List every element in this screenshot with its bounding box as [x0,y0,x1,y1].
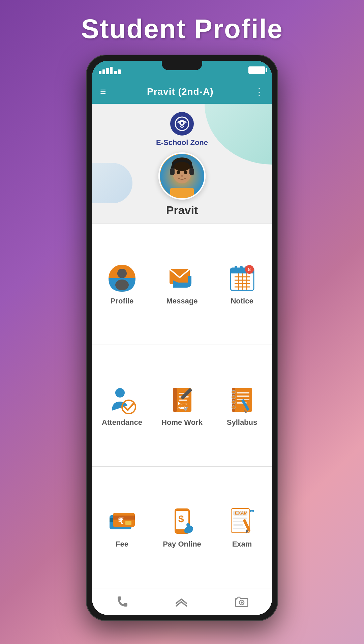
svg-text:EXAM: EXAM [235,510,248,516]
menu-item-attendance[interactable]: Attendance [92,345,152,466]
svg-rect-76 [233,524,243,526]
svg-point-21 [117,269,127,278]
payonline-label: Pay Online [163,540,201,549]
svg-rect-1 [102,69,105,74]
exam-icon-container: EXAM [227,506,257,536]
svg-text:Home: Home [178,402,187,406]
exam-label: Exam [232,540,252,549]
svg-rect-43 [179,400,187,401]
svg-point-14 [177,170,180,174]
student-avatar [158,152,206,200]
school-logo [170,112,194,136]
attendance-icon-container [107,384,137,415]
fee-icon-container: ₹ [107,506,137,536]
profile-section: E-School Zone [92,104,272,224]
menu-grid: Profile Message [92,224,272,588]
svg-text:$: $ [178,513,184,524]
svg-rect-65 [125,521,131,525]
svg-rect-2 [106,68,109,74]
svg-point-16 [181,175,183,177]
svg-point-52 [232,401,235,404]
svg-rect-3 [110,67,113,74]
notice-badge: 8 [245,265,254,274]
header-title: Pravit (2nd-A) [147,86,214,97]
profile-label: Profile [111,297,133,305]
svg-rect-40 [173,388,177,412]
fee-label: Fee [116,540,128,549]
message-label: Message [166,297,198,305]
svg-rect-62 [113,513,135,527]
menu-item-message[interactable]: Message [152,224,212,345]
menu-item-notice[interactable]: 8 Notice [212,224,272,345]
syllabus-label: Syllabus [227,418,257,427]
signal-icon [99,66,122,74]
homework-label: Home Work [161,418,203,427]
school-name: E-School Zone [156,138,208,147]
svg-rect-74 [233,518,247,519]
svg-point-37 [115,388,125,398]
svg-rect-54 [237,392,249,393]
battery-icon [248,66,265,74]
message-icon-container [167,263,197,293]
payonline-icon-container: $ [167,506,197,536]
svg-rect-18 [170,168,175,175]
profile-icon-container [107,263,137,293]
svg-rect-5 [118,69,121,74]
bottom-nav-phone[interactable] [109,592,134,611]
menu-item-fee[interactable]: ₹ Fee [92,467,152,588]
school-logo-area: E-School Zone [156,112,208,147]
svg-rect-63 [113,516,135,520]
menu-item-payonline[interactable]: $ Pay Online [152,467,212,588]
menu-item-homework[interactable]: Home -work Home Work [152,345,212,466]
menu-item-syllabus[interactable]: Syllabus [212,345,272,466]
attendance-label: Attendance [102,418,142,427]
svg-rect-0 [99,71,101,74]
status-bar [92,61,272,80]
notice-label: Notice [231,297,253,305]
svg-point-83 [241,602,243,604]
svg-point-80 [250,510,252,512]
phone-screen: ≡ Pravit (2nd-A) ⋮ [92,61,272,615]
page-title: Student Profile [81,13,283,45]
svg-point-22 [115,280,129,290]
homework-icon-container: Home -work [167,384,197,415]
svg-point-51 [232,396,235,399]
menu-item-profile[interactable]: Profile [92,224,152,345]
svg-point-53 [232,406,235,409]
svg-rect-27 [235,266,237,271]
menu-item-exam[interactable]: EXAM Exam [212,467,272,588]
student-name: Pravit [166,204,198,217]
svg-text:₹: ₹ [118,516,124,526]
notice-icon-wrapper: 8 [227,263,257,297]
svg-point-15 [184,170,187,174]
svg-rect-55 [237,396,249,397]
svg-point-50 [232,390,235,394]
phone-frame: ≡ Pravit (2nd-A) ⋮ [86,55,278,621]
svg-rect-4 [114,71,117,74]
svg-rect-28 [240,266,243,271]
syllabus-icon-container [227,384,257,415]
more-icon[interactable]: ⋮ [254,86,264,97]
bottom-nav-chevron[interactable] [168,592,195,611]
svg-point-9 [181,122,183,124]
svg-point-81 [252,510,254,512]
app-header: ≡ Pravit (2nd-A) ⋮ [92,80,272,104]
svg-rect-17 [170,188,194,198]
bottom-nav-camera[interactable] [228,592,255,611]
menu-icon[interactable]: ≡ [100,86,106,97]
svg-rect-77 [233,528,245,529]
svg-rect-19 [189,168,194,175]
bottom-nav [92,588,272,615]
